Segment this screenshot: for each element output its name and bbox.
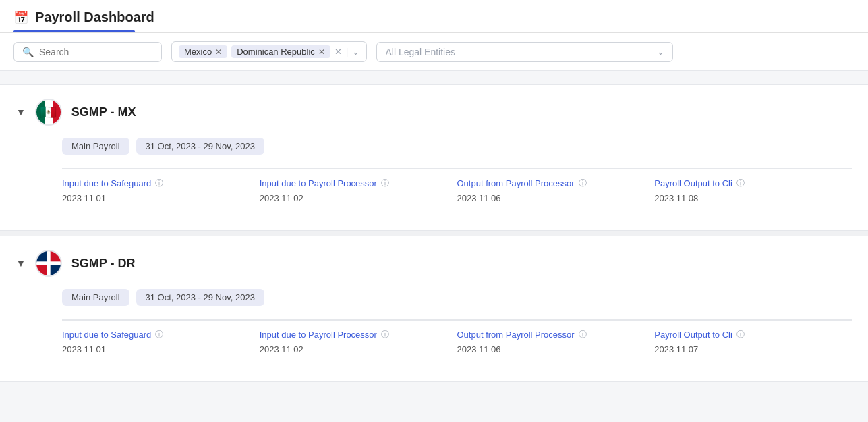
header-title-row: 📅 Payroll Dashboard [13, 9, 855, 25]
info-icon-dr-1[interactable]: ⓘ [381, 329, 389, 340]
filter-dropdown-icon[interactable]: ⌄ [352, 47, 359, 57]
filter-actions: ✕ | ⌄ [335, 47, 360, 57]
milestone-label-dr-3: Payroll Output to Cli ⓘ [654, 329, 841, 340]
flag-svg-dr [36, 250, 61, 277]
filter-tag-mexico: Mexico ✕ [179, 45, 227, 58]
milestone-dr-1: Input due to Payroll Processor ⓘ 2023 11… [260, 319, 457, 363]
filter-tag-mexico-label: Mexico [184, 47, 212, 57]
flag-dr [35, 250, 62, 277]
toolbar: 🔍 Mexico ✕ Dominican Republic ✕ ✕ | ⌄ Al… [0, 33, 868, 71]
filter-divider: | [346, 47, 349, 57]
entity-placeholder: All Legal Entities [385, 47, 653, 57]
flag-icon-mx: 🇲🇽 [40, 104, 57, 120]
filter-clear-icon[interactable]: ✕ [335, 47, 342, 57]
header: 📅 Payroll Dashboard [0, 0, 868, 33]
filter-tag-dr: Dominican Republic ✕ [231, 45, 330, 58]
section-header-mx: ▼ 🇲🇽 SGMP - MX [16, 99, 852, 126]
section-name-dr: SGMP - DR [71, 257, 136, 271]
collapse-button-mx[interactable]: ▼ [16, 107, 26, 117]
tag-period-mx: 31 Oct, 2023 - 29 Nov, 2023 [136, 138, 264, 155]
info-icon-dr-3[interactable]: ⓘ [736, 329, 745, 340]
info-icon-dr-0[interactable]: ⓘ [155, 329, 163, 340]
milestone-date-dr-1: 2023 11 02 [260, 344, 446, 354]
main-content: ▼ 🇲🇽 SGMP - MX Main Payroll 31 Oct, 2023… [0, 84, 868, 382]
info-icon-mx-3[interactable]: ⓘ [736, 178, 745, 189]
milestone-label-mx-3: Payroll Output to Cli ⓘ [654, 178, 841, 189]
milestone-label-dr-1: Input due to Payroll Processor ⓘ [260, 329, 446, 340]
milestone-date-dr-0: 2023 11 01 [62, 344, 249, 354]
milestone-label-dr-2: Output from Payroll Processor ⓘ [457, 329, 644, 340]
milestone-mx-0: Input due to Safeguard ⓘ 2023 11 01 [62, 168, 260, 211]
milestone-mx-1: Input due to Payroll Processor ⓘ 2023 11… [260, 168, 457, 211]
milestone-date-dr-2: 2023 11 06 [457, 344, 644, 354]
filter-tag-dr-close[interactable]: ✕ [318, 48, 325, 56]
milestone-label-mx-1: Input due to Payroll Processor ⓘ [260, 178, 446, 189]
milestone-label-mx-0: Input due to Safeguard ⓘ [62, 178, 249, 189]
page-title: Payroll Dashboard [35, 9, 154, 25]
info-icon-mx-2[interactable]: ⓘ [579, 178, 587, 189]
title-underline [13, 30, 135, 32]
tag-period-dr: 31 Oct, 2023 - 29 Nov, 2023 [136, 289, 264, 306]
svg-rect-5 [36, 261, 61, 265]
section-sgmp-dr: ▼ SGMP - DR Main Payroll 31 Oct, 2023 - … [0, 231, 868, 382]
milestone-dr-3: Payroll Output to Cli ⓘ 2023 11 07 [654, 319, 852, 363]
section-tags-dr: Main Payroll 31 Oct, 2023 - 29 Nov, 2023 [62, 289, 852, 306]
search-box[interactable]: 🔍 [13, 42, 162, 62]
legal-entity-filter-box[interactable]: All Legal Entities ⌄ [376, 42, 673, 62]
info-icon-mx-1[interactable]: ⓘ [381, 178, 389, 189]
milestone-date-mx-0: 2023 11 01 [62, 193, 249, 203]
milestone-label-dr-0: Input due to Safeguard ⓘ [62, 329, 249, 340]
search-icon: 🔍 [22, 47, 34, 57]
milestone-date-dr-3: 2023 11 07 [654, 344, 841, 354]
info-icon-mx-0[interactable]: ⓘ [155, 178, 163, 189]
milestones-mx: Input due to Safeguard ⓘ 2023 11 01 Inpu… [62, 168, 852, 211]
flag-mx: 🇲🇽 [35, 99, 62, 126]
milestones-dr: Input due to Safeguard ⓘ 2023 11 01 Inpu… [62, 319, 852, 363]
section-sgmp-mx: ▼ 🇲🇽 SGMP - MX Main Payroll 31 Oct, 2023… [0, 84, 868, 231]
milestone-dr-0: Input due to Safeguard ⓘ 2023 11 01 [62, 319, 260, 363]
search-input[interactable] [39, 47, 153, 57]
tag-main-payroll-mx: Main Payroll [62, 138, 129, 155]
country-filter-box[interactable]: Mexico ✕ Dominican Republic ✕ ✕ | ⌄ [171, 41, 367, 62]
milestone-dr-2: Output from Payroll Processor ⓘ 2023 11 … [457, 319, 655, 363]
filter-tag-mexico-close[interactable]: ✕ [215, 48, 222, 56]
milestone-mx-3: Payroll Output to Cli ⓘ 2023 11 08 [654, 168, 852, 211]
filter-tag-dr-label: Dominican Republic [237, 47, 315, 57]
entity-dropdown-icon[interactable]: ⌄ [657, 47, 664, 57]
milestone-label-mx-2: Output from Payroll Processor ⓘ [457, 178, 644, 189]
collapse-button-dr[interactable]: ▼ [16, 258, 26, 269]
milestone-date-mx-3: 2023 11 08 [654, 193, 841, 203]
calendar-icon: 📅 [13, 10, 28, 25]
milestone-date-mx-2: 2023 11 06 [457, 193, 644, 203]
milestone-date-mx-1: 2023 11 02 [260, 193, 446, 203]
info-icon-dr-2[interactable]: ⓘ [579, 329, 587, 340]
milestone-mx-2: Output from Payroll Processor ⓘ 2023 11 … [457, 168, 655, 211]
section-tags-mx: Main Payroll 31 Oct, 2023 - 29 Nov, 2023 [62, 138, 852, 155]
tag-main-payroll-dr: Main Payroll [62, 289, 129, 306]
section-header-dr: ▼ SGMP - DR [16, 250, 852, 277]
section-name-mx: SGMP - MX [71, 105, 136, 120]
